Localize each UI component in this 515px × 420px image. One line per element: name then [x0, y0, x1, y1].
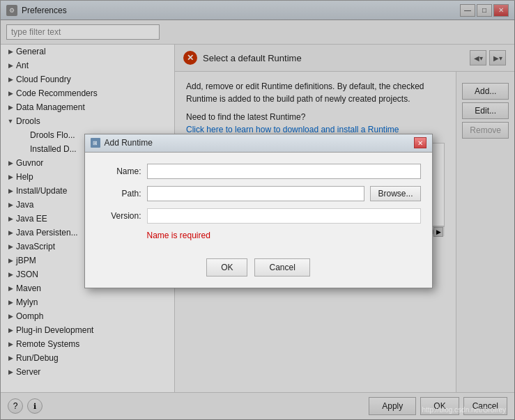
path-label: Path: — [96, 189, 141, 199]
dialog-footer: OK Cancel — [85, 251, 432, 288]
watermark: http://blog.csdn.net/Grofrey — [422, 406, 506, 414]
dialog-cancel-button[interactable]: Cancel — [254, 258, 309, 277]
dialog-overlay: ⊞ Add Runtime ✕ Name: Path: Browse... Ve… — [1, 1, 515, 420]
dialog-title: Add Runtime — [105, 138, 414, 148]
dialog-ok-button[interactable]: OK — [206, 258, 247, 277]
path-input[interactable] — [147, 186, 365, 201]
error-message: Name is required — [147, 231, 421, 240]
browse-button[interactable]: Browse... — [370, 186, 420, 201]
path-row: Path: Browse... — [96, 186, 421, 201]
dialog-close-button[interactable]: ✕ — [414, 137, 426, 148]
dialog-body: Name: Path: Browse... Version: Name is r… — [85, 153, 432, 251]
name-label: Name: — [96, 166, 141, 176]
add-runtime-dialog: ⊞ Add Runtime ✕ Name: Path: Browse... Ve… — [84, 134, 433, 288]
name-row: Name: — [96, 164, 421, 179]
dialog-title-bar: ⊞ Add Runtime ✕ — [85, 134, 432, 153]
dialog-icon: ⊞ — [91, 138, 100, 148]
version-display — [147, 208, 421, 224]
version-label: Version: — [96, 211, 141, 221]
version-row: Version: — [96, 208, 421, 224]
name-input[interactable] — [147, 164, 421, 179]
